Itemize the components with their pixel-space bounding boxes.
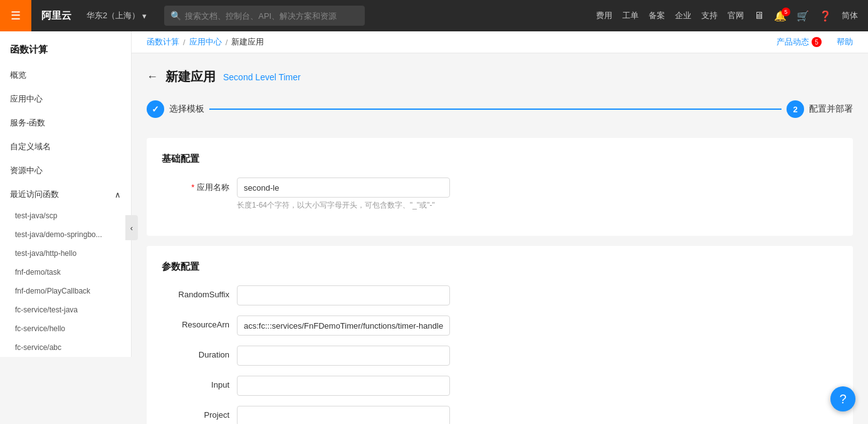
chevron-up-icon: ∧ — [115, 190, 121, 199]
sidebar-item-overview[interactable]: 概览 — [0, 63, 131, 87]
param-config-title: 参数配置 — [162, 261, 838, 273]
app-name-input[interactable] — [237, 178, 450, 198]
param-row-4: Project — [162, 406, 838, 424]
nav-item-official[interactable]: 官网 — [728, 10, 744, 21]
step-1-circle: ✓ — [147, 100, 164, 118]
step-2: 2 配置并部署 — [787, 100, 853, 118]
param-row-1: ResourceArn — [162, 315, 838, 336]
back-button[interactable]: ← — [147, 70, 158, 83]
stepper: ✓ 选择模板 2 配置并部署 — [147, 100, 853, 118]
logo[interactable]: 阿里云 — [31, 9, 81, 23]
param-control-2 — [237, 346, 450, 366]
param-label-2: Duration — [162, 346, 237, 359]
param-label-0: RandomSuffix — [162, 285, 237, 299]
param-input-4[interactable] — [237, 406, 450, 424]
sidebar-recent-7[interactable]: fc-service/abc — [0, 338, 131, 357]
nav-item-filing[interactable]: 备案 — [649, 10, 665, 21]
page-title: 新建应用 — [165, 68, 216, 85]
top-bar-right: 产品动态 5 帮助 — [776, 36, 853, 48]
param-config-section: 参数配置 RandomSuffix ResourceArn Duration — [147, 246, 853, 424]
region-selector[interactable]: 华东2（上海） ▾ — [81, 10, 152, 21]
sidebar-recent-6[interactable]: fc-service/hello — [0, 319, 131, 338]
nav-item-fee[interactable]: 费用 — [596, 10, 612, 21]
breadcrumb: 函数计算 / 应用中心 / 新建应用 — [147, 36, 264, 48]
product-dynamics-link[interactable]: 产品动态 5 — [776, 36, 822, 48]
sidebar: 函数计算 概览 应用中心 服务-函数 自定义域名 资源中心 最近访问函数 ∧ t… — [0, 31, 132, 357]
page-subtitle: Second Level Timer — [223, 72, 301, 82]
help-link[interactable]: 帮助 — [837, 36, 853, 48]
param-input-2[interactable] — [237, 346, 450, 366]
step-2-label: 配置并部署 — [809, 103, 853, 115]
step-2-circle: 2 — [787, 100, 804, 118]
main-layout: 函数计算 概览 应用中心 服务-函数 自定义域名 资源中心 最近访问函数 ∧ t… — [0, 31, 868, 424]
search-box[interactable]: 🔍 — [164, 6, 365, 26]
sidebar-item-custom-domain[interactable]: 自定义域名 — [0, 135, 131, 159]
param-control-3 — [237, 376, 450, 396]
bell-badge: 5 — [782, 8, 790, 16]
step-2-number: 2 — [793, 105, 797, 114]
top-strip: 函数计算 / 应用中心 / 新建应用 产品动态 5 帮助 — [132, 31, 868, 53]
monitor-icon[interactable]: 🖥 — [754, 10, 764, 21]
app-name-hint: 长度1-64个字符，以大小写字母开头，可包含数字、"_"或"-" — [237, 200, 450, 211]
bell-icon[interactable]: 🔔 5 — [774, 10, 787, 22]
sidebar-recent-5[interactable]: fc-service/test-java — [0, 300, 131, 319]
logo-text: 阿里云 — [41, 9, 71, 23]
menu-icon: ☰ — [11, 9, 21, 23]
nav-item-simplified[interactable]: 简体 — [842, 10, 858, 21]
param-row-0: RandomSuffix — [162, 285, 838, 305]
nav-item-enterprise[interactable]: 企业 — [675, 10, 691, 21]
breadcrumb-link-1[interactable]: 应用中心 — [189, 36, 222, 48]
param-row-3: Input — [162, 376, 838, 396]
sidebar-recent-4[interactable]: fnf-demo/PlayCallback — [0, 282, 131, 300]
float-icon: ? — [839, 392, 846, 406]
breadcrumb-sep-0: / — [183, 38, 186, 47]
region-label: 华东2（上海） — [86, 10, 140, 21]
navbar-right: 费用 工单 备案 企业 支持 官网 🖥 🔔 5 🛒 ❓ 简体 — [596, 10, 868, 22]
sidebar-item-app-center[interactable]: 应用中心 — [0, 87, 131, 111]
app-name-control: 长度1-64个字符，以大小写字母开头，可包含数字、"_"或"-" — [237, 178, 450, 211]
app-name-row: 应用名称 长度1-64个字符，以大小写字母开头，可包含数字、"_"或"-" — [162, 178, 838, 211]
sidebar-collapse-handle[interactable]: ‹ — [125, 215, 138, 240]
breadcrumb-sep-1: / — [226, 38, 228, 47]
cart-icon[interactable]: 🛒 — [797, 10, 809, 22]
sidebar-wrapper: 函数计算 概览 应用中心 服务-函数 自定义域名 资源中心 最近访问函数 ∧ t… — [0, 31, 132, 424]
chevron-down-icon: ▾ — [142, 11, 147, 21]
param-control-0 — [237, 285, 450, 305]
check-icon: ✓ — [152, 104, 159, 114]
param-label-1: ResourceArn — [162, 315, 237, 329]
nav-item-ticket[interactable]: 工单 — [622, 10, 639, 21]
sidebar-recent-section[interactable]: 最近访问函数 ∧ — [0, 183, 131, 206]
navbar: ☰ 阿里云 华东2（上海） ▾ 🔍 费用 工单 备案 企业 支持 官网 🖥 🔔 … — [0, 0, 868, 31]
sidebar-item-resource-center[interactable]: 资源中心 — [0, 159, 131, 183]
sidebar-title: 函数计算 — [0, 31, 131, 63]
page-content: ← 新建应用 Second Level Timer ✓ 选择模板 2 配置并 — [132, 53, 868, 424]
nav-item-support[interactable]: 支持 — [701, 10, 718, 21]
param-input-3[interactable] — [237, 376, 450, 396]
sidebar-recent-1[interactable]: test-java/demo-springbo... — [0, 225, 131, 244]
param-row-2: Duration — [162, 346, 838, 366]
menu-button[interactable]: ☰ — [0, 0, 31, 31]
basic-config-title: 基础配置 — [162, 153, 838, 165]
search-input[interactable] — [185, 11, 358, 21]
param-label-4: Project — [162, 406, 237, 420]
param-input-1[interactable] — [237, 315, 450, 336]
breadcrumb-current: 新建应用 — [231, 36, 264, 48]
float-action-button[interactable]: ? — [830, 386, 855, 411]
sidebar-item-service-function[interactable]: 服务-函数 — [0, 111, 131, 135]
param-label-3: Input — [162, 376, 237, 390]
app-name-label: 应用名称 — [162, 178, 237, 193]
product-badge: 5 — [812, 37, 822, 47]
param-control-4 — [237, 406, 450, 424]
sidebar-recent-2[interactable]: test-java/http-hello — [0, 244, 131, 263]
sidebar-recent-3[interactable]: fnf-demo/task — [0, 263, 131, 282]
step-1: ✓ 选择模板 — [147, 100, 204, 118]
collapse-icon: ‹ — [130, 223, 133, 233]
param-input-0[interactable] — [237, 285, 450, 305]
page-header: ← 新建应用 Second Level Timer — [147, 68, 853, 85]
content-area: 函数计算 / 应用中心 / 新建应用 产品动态 5 帮助 ← 新建应用 Seco… — [132, 31, 868, 424]
help-icon[interactable]: ❓ — [819, 10, 832, 22]
sidebar-recent-0[interactable]: test-java/scp — [0, 206, 131, 225]
step-line — [209, 109, 782, 110]
breadcrumb-link-0[interactable]: 函数计算 — [147, 36, 179, 48]
param-control-1 — [237, 315, 450, 336]
